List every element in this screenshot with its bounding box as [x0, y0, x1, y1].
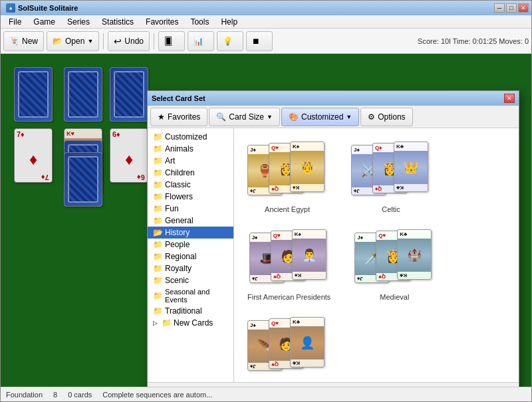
maximize-button[interactable]: □: [506, 3, 517, 13]
folder-icon-royalty: 📁: [153, 264, 163, 273]
card-row-1: J♠ 🏺 J♠ Q♥ �: [242, 136, 511, 219]
menu-statistics[interactable]: Statistics: [96, 16, 139, 28]
minimize-button[interactable]: ─: [494, 3, 505, 13]
end-button[interactable]: ⏹: [246, 31, 273, 51]
tree-toggle-icon: ▷: [153, 320, 160, 326]
folder-traditional[interactable]: 📁 Traditional: [148, 305, 233, 317]
dialog-footer: Show at Startup OK Cancel: [148, 382, 519, 387]
folder-classic[interactable]: 📁 Classic: [148, 179, 233, 191]
new-button[interactable]: 🃏 New: [3, 31, 44, 51]
stats-icon: 📊: [194, 37, 203, 46]
card-set-ancient-egypt[interactable]: J♠ 🏺 J♠ Q♥ �: [242, 136, 332, 219]
folder-history[interactable]: 📂 History: [148, 227, 233, 239]
egypt-label: Ancient Egypt: [265, 205, 310, 213]
open-icon: 📂: [53, 37, 63, 46]
app-title: SolSuite Solitaire: [18, 4, 78, 12]
close-button[interactable]: ✕: [518, 3, 529, 13]
folder-royalty[interactable]: 📁 Royalty: [148, 262, 233, 274]
menu-help[interactable]: Help: [215, 16, 243, 28]
egypt-k-card: K♠ 🤴 K♠: [290, 142, 325, 192]
deal-button[interactable]: 🂠: [158, 31, 185, 51]
undo-button[interactable]: ↩ Undo: [108, 31, 150, 51]
title-bar: ♠ SolSuite Solitaire ─ □ ✕: [1, 1, 531, 15]
hint-button[interactable]: 💡: [217, 31, 243, 51]
menu-bar: File Game Series Statistics Favorites To…: [1, 15, 531, 29]
folder-icon-animals: 📁: [153, 144, 163, 153]
folder-fun[interactable]: 📁 Fun: [148, 203, 233, 215]
main-window: ♠ SolSuite Solitaire ─ □ ✕ File Game Ser…: [0, 0, 532, 402]
menu-file[interactable]: File: [3, 16, 27, 28]
menu-series[interactable]: Series: [62, 16, 95, 28]
medieval-label: Medieval: [380, 293, 409, 301]
card-sets-grid: J♠ 🏺 J♠ Q♥ �: [234, 128, 519, 382]
folder-new-cards[interactable]: ▷ 📁 New Cards: [148, 317, 233, 329]
menu-game[interactable]: Game: [28, 16, 61, 28]
menu-tools[interactable]: Tools: [185, 16, 214, 28]
folder-icon-customized: 📁: [153, 132, 163, 142]
folder-icon-general: 📁: [153, 216, 163, 225]
card-set-medieval[interactable]: J♠ 🗡️ J♠ Q♥ 👸: [349, 224, 440, 306]
undo-icon: ↩: [114, 36, 122, 47]
main-toolbar: 🃏 New 📂 Open ▼ ↩ Undo 🂠 📊 💡 ⏹ Score: 10l…: [1, 29, 531, 54]
pres-k-card: K♠ 👨‍💼 K♠: [292, 229, 327, 280]
dialog-title-bar: Select Card Set ✕: [148, 91, 519, 106]
customized-dropdown-icon: ▼: [346, 114, 352, 120]
card-set-celtic[interactable]: J♠ ⚔️ J♠ Q♦ 👸: [346, 136, 436, 219]
presidents-label: First American Presidents: [247, 293, 331, 301]
card-set-native[interactable]: J♠ 🪶 J♠ Q♥ 🧑: [242, 312, 332, 382]
folder-scenic[interactable]: 📁 Scenic: [148, 274, 233, 286]
customized-button[interactable]: 🎨 Customized ▼: [281, 108, 359, 126]
status-bar: Foundation 8 0 cards Complete sequences …: [1, 387, 531, 401]
folder-icon-scenic: 📁: [153, 276, 163, 285]
celtic-label: Celtic: [382, 205, 400, 213]
folder-icon-fun: 📁: [153, 204, 163, 213]
dropdown-arrow-icon: ▼: [87, 38, 93, 45]
folder-icon-classic: 📁: [153, 180, 163, 189]
card-set-presidents[interactable]: J♠ 🎩 J♠ Q♥ 🧑: [242, 224, 336, 306]
options-button[interactable]: ⚙ Options: [360, 108, 412, 126]
folder-flowers[interactable]: 📁 Flowers: [148, 191, 233, 203]
folder-icon-children: 📁: [153, 168, 163, 177]
dialog-content: 📁 Customized 📁 Animals 📁 Art 📁: [148, 128, 519, 382]
card-size-dropdown-icon: ▼: [267, 114, 273, 120]
folder-animals[interactable]: 📁 Animals: [148, 143, 233, 155]
celtic-k-card: K♣ 👑 K♣: [394, 142, 428, 192]
folder-general[interactable]: 📁 General: [148, 215, 233, 227]
folder-icon-art: 📁: [153, 156, 163, 165]
score-display: Score: 10l Time: 0:01:25 Moves: 0: [418, 37, 529, 45]
options-icon: ⚙: [368, 112, 375, 122]
deal-icon: 🂠: [164, 37, 172, 46]
dialog-close-button[interactable]: ✕: [504, 94, 515, 103]
folder-icon-regional: 📁: [153, 252, 163, 261]
folder-art[interactable]: 📁 Art: [148, 155, 233, 167]
hint-icon: 💡: [223, 37, 233, 46]
toolbar-separator-2: [154, 33, 154, 49]
folder-regional[interactable]: 📁 Regional: [148, 251, 233, 262]
window-controls: ─ □ ✕: [494, 3, 529, 13]
new-icon: 🃏: [9, 37, 19, 46]
select-card-set-dialog: Select Card Set ✕ ★ Favorites 🔍 Card Siz…: [147, 90, 519, 387]
menu-favorites[interactable]: Favorites: [140, 16, 184, 28]
customized-icon: 🎨: [289, 112, 299, 122]
card-row-2: J♠ 🎩 J♠ Q♥ 🧑: [242, 224, 511, 306]
dialog-title: Select Card Set: [152, 94, 205, 102]
stats-button[interactable]: 📊: [188, 31, 214, 51]
folder-tree: 📁 Customized 📁 Animals 📁 Art 📁: [148, 128, 234, 382]
favorites-icon: ★: [158, 112, 165, 122]
favorites-button[interactable]: ★ Favorites: [150, 108, 207, 126]
complete-message: Complete sequences are autom...: [102, 391, 212, 399]
open-button[interactable]: 📂 Open ▼: [47, 31, 99, 51]
folder-people[interactable]: 📁 People: [148, 239, 233, 251]
folder-icon-people: 📁: [153, 240, 163, 249]
folder-children[interactable]: 📁 Children: [148, 167, 233, 179]
folder-icon-seasonal: 📁: [153, 291, 163, 300]
folder-icon-traditional: 📁: [153, 306, 163, 316]
card-size-button[interactable]: 🔍 Card Size ▼: [209, 108, 280, 126]
folder-seasonal[interactable]: 📁 Seasonal and Events: [148, 286, 233, 305]
end-icon: ⏹: [252, 37, 260, 46]
folder-customized[interactable]: 📁 Customized: [148, 131, 233, 143]
folder-icon-new-cards: 📁: [162, 318, 172, 328]
folder-icon-history: 📂: [153, 228, 163, 237]
dialog-toolbar: ★ Favorites 🔍 Card Size ▼ 🎨 Customized ▼: [148, 106, 519, 128]
card-size-icon: 🔍: [216, 112, 226, 122]
